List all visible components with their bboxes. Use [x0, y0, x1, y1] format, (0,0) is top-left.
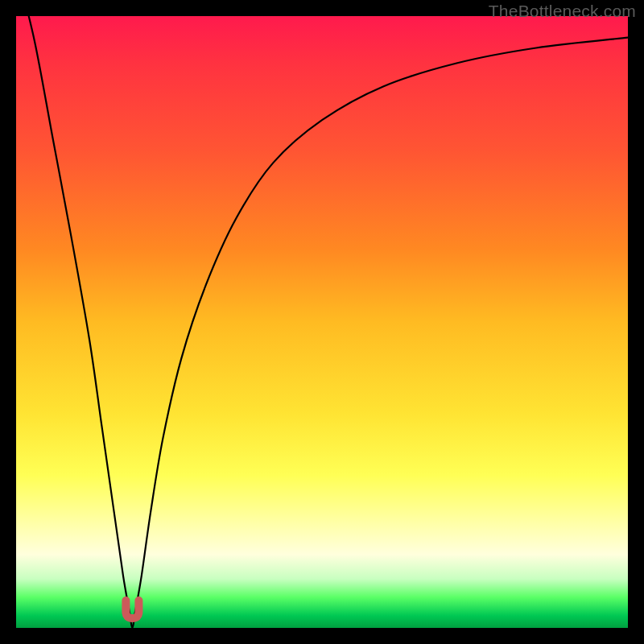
watermark-text: TheBottleneck.com [489, 2, 636, 21]
bottleneck-curve [16, 16, 628, 628]
minimum-marker [126, 601, 138, 618]
chart-frame: TheBottleneck.com [0, 0, 644, 644]
chart-svg [16, 16, 628, 628]
plot-area [16, 16, 628, 628]
